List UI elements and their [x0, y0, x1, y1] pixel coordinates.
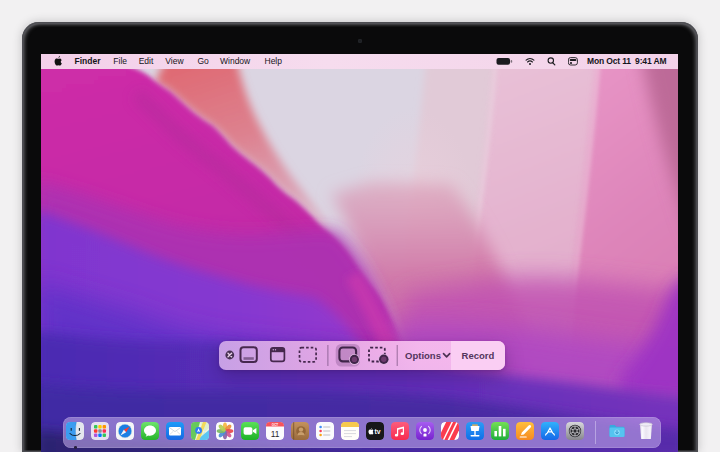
svg-text:11: 11 [271, 429, 280, 439]
svg-text:OCT: OCT [272, 423, 279, 427]
svg-text:tv: tv [375, 429, 381, 436]
